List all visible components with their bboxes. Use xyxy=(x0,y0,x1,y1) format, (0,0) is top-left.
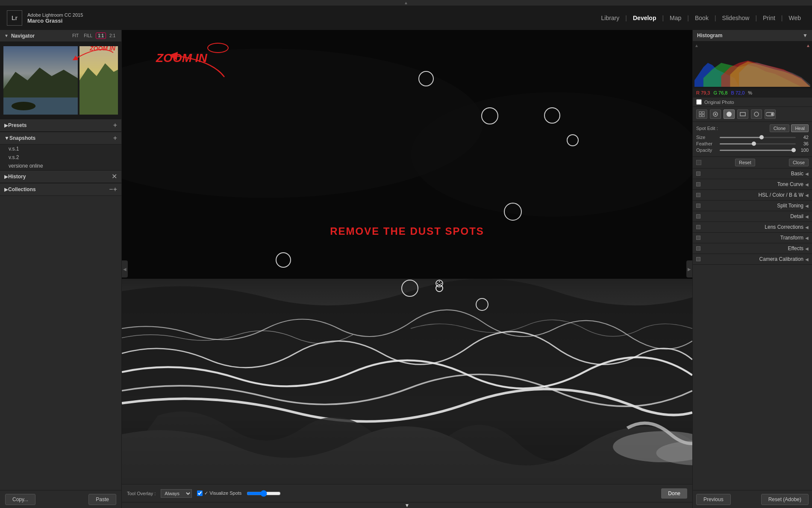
feather-slider-track[interactable] xyxy=(720,143,796,145)
dust-spot-4 xyxy=(481,107,498,124)
opacity-slider-row: Opacity 100 xyxy=(696,148,809,153)
zoom-1-1-button[interactable]: 1:1 xyxy=(96,32,106,39)
zoom-2-1-button[interactable]: 2:1 xyxy=(108,33,117,38)
size-slider-row: Size 42 xyxy=(696,135,809,140)
right-section-tone-curve[interactable]: Tone Curve ◀ xyxy=(693,179,812,190)
dust-spot-7 xyxy=(401,280,418,297)
feather-slider-thumb[interactable] xyxy=(752,142,756,146)
detail-label: Detail xyxy=(703,213,803,219)
app-name-label: Adobe Lightroom CC 2015 xyxy=(27,12,83,18)
shadow-clipping-warning[interactable]: ▲ xyxy=(694,43,699,48)
opacity-slider-thumb[interactable] xyxy=(791,148,796,152)
section-checkbox[interactable] xyxy=(696,160,701,165)
basic-square-icon xyxy=(696,171,700,176)
visualize-spots-checkbox-container[interactable]: ✓ Visualize Spots xyxy=(197,490,241,496)
visualize-spots-checkbox[interactable] xyxy=(197,490,203,496)
bottom-collapse-bar[interactable]: ▼ xyxy=(122,502,692,508)
nav-item-library[interactable]: Library xyxy=(597,13,624,23)
done-button[interactable]: Done xyxy=(661,488,687,499)
snapshot-item-vs2[interactable]: v.s.2 xyxy=(0,153,121,162)
histogram-section: Histogram ▼ ▲ ▲ xyxy=(693,30,812,107)
left-panel-spacer xyxy=(0,196,121,490)
nav-sep-6: | xyxy=(781,15,783,21)
tone-curve-square-icon xyxy=(696,182,700,186)
clone-button[interactable]: Clone xyxy=(770,124,790,132)
histogram-header[interactable]: Histogram ▼ xyxy=(693,30,812,41)
right-section-basic[interactable]: Basic ◀ xyxy=(693,168,812,179)
right-section-camera-calibration[interactable]: Camera Calibration ◀ xyxy=(693,254,812,265)
navigator-collapse-icon: ▼ xyxy=(4,33,9,38)
tool-icon-rectangle[interactable] xyxy=(737,109,748,119)
top-collapse-bar[interactable]: ▲ xyxy=(0,0,812,6)
close-spot-button[interactable]: Close xyxy=(789,159,809,166)
visualize-spots-slider[interactable] xyxy=(247,490,281,497)
nav-item-book[interactable]: Book xyxy=(691,13,713,23)
collections-header[interactable]: ▶ Collections − + xyxy=(0,183,121,196)
tool-icon-toggle[interactable] xyxy=(765,109,776,119)
svg-rect-17 xyxy=(699,112,701,114)
nav-item-web[interactable]: Web xyxy=(784,13,805,23)
opacity-slider-fill xyxy=(720,150,796,151)
snapshot-item-versione[interactable]: versione online xyxy=(0,162,121,170)
heal-button[interactable]: Heal xyxy=(791,124,809,132)
tool-icon-grid[interactable] xyxy=(696,109,707,119)
tool-overlay-select[interactable]: Always Never Auto Selected xyxy=(161,489,192,498)
paste-button[interactable]: Paste xyxy=(88,494,116,505)
lens-corrections-square-icon xyxy=(696,225,700,229)
original-photo-checkbox[interactable] xyxy=(696,99,702,105)
collections-add-button[interactable]: + xyxy=(113,186,117,193)
snapshot-item-vs1[interactable]: v.s.1 xyxy=(0,145,121,153)
previous-button[interactable]: Previous xyxy=(696,494,731,505)
snapshots-header[interactable]: ▼ Snapshots + xyxy=(0,132,121,145)
right-section-detail[interactable]: Detail ◀ xyxy=(693,211,812,222)
tool-icon-circle-dot[interactable] xyxy=(710,109,721,119)
split-toning-label: Split Toning xyxy=(703,203,803,209)
right-section-transform[interactable]: Transform ◀ xyxy=(693,233,812,243)
right-collapse-icon: ▶ xyxy=(688,267,691,272)
effects-square-icon xyxy=(696,246,700,251)
highlight-clipping-warning[interactable]: ▲ xyxy=(806,43,810,48)
presets-add-button[interactable]: + xyxy=(113,122,117,129)
left-collapse-tab[interactable]: ◀ xyxy=(122,260,128,278)
copy-button[interactable]: Copy... xyxy=(5,494,35,505)
svg-point-25 xyxy=(754,112,759,116)
tool-icon-circle-filled[interactable] xyxy=(724,109,735,119)
tool-icon-circle-empty[interactable] xyxy=(751,109,762,119)
detail-square-icon xyxy=(696,214,700,219)
collections-minus-button[interactable]: − xyxy=(109,186,113,193)
right-section-effects[interactable]: Effects ◀ xyxy=(693,243,812,254)
reset-spot-button[interactable]: Reset xyxy=(735,159,755,166)
nav-item-print[interactable]: Print xyxy=(759,13,780,23)
snapshot-list: v.s.1 v.s.2 versione online xyxy=(0,145,121,170)
zoom-fit-button[interactable]: FIT xyxy=(71,33,80,38)
b-value: B 72,0 xyxy=(731,90,744,95)
navigator-header[interactable]: ▼ Navigator FIT FILL 1:1 2:1 xyxy=(0,30,121,42)
nav-menu: Library | Develop | Map | Book | Slidesh… xyxy=(597,13,805,23)
right-panel: Histogram ▼ ▲ ▲ xyxy=(692,30,812,508)
split-toning-square-icon xyxy=(696,204,700,208)
navigator-main-thumb[interactable] xyxy=(3,46,78,115)
nav-item-map[interactable]: Map xyxy=(665,13,685,23)
history-clear-button[interactable]: ✕ xyxy=(112,173,117,180)
reset-adobe-button[interactable]: Reset (Adobe) xyxy=(761,494,809,505)
nav-item-develop[interactable]: Develop xyxy=(629,13,660,23)
opacity-label: Opacity xyxy=(696,148,720,153)
snapshots-add-button[interactable]: + xyxy=(113,135,117,142)
navigator-zoom-thumb[interactable] xyxy=(79,46,118,115)
history-header[interactable]: ▶ History ✕ xyxy=(0,170,121,183)
right-section-lens-corrections[interactable]: Lens Corrections ◀ xyxy=(693,222,812,233)
zoom-fill-button[interactable]: FILL xyxy=(82,33,94,38)
right-collapse-tab[interactable]: ▶ xyxy=(686,260,692,278)
bottom-collapse-icon: ▼ xyxy=(405,502,410,508)
right-section-hsl[interactable]: HSL / Color / B & W ◀ xyxy=(693,190,812,201)
opacity-slider-track[interactable] xyxy=(720,150,796,151)
feather-slider-row: Feather 36 xyxy=(696,141,809,146)
size-slider-track[interactable] xyxy=(720,137,796,138)
nav-item-slideshow[interactable]: Slideshow xyxy=(718,13,754,23)
hsl-arrow-icon: ◀ xyxy=(805,193,809,198)
right-section-split-toning[interactable]: Split Toning ◀ xyxy=(693,201,812,211)
original-photo-label: Original Photo xyxy=(704,100,734,105)
image-area[interactable]: ZOOM IN REMOVE THE DUST xyxy=(122,30,692,484)
size-slider-thumb[interactable] xyxy=(759,135,764,139)
presets-header[interactable]: ▶ Presets + xyxy=(0,119,121,132)
